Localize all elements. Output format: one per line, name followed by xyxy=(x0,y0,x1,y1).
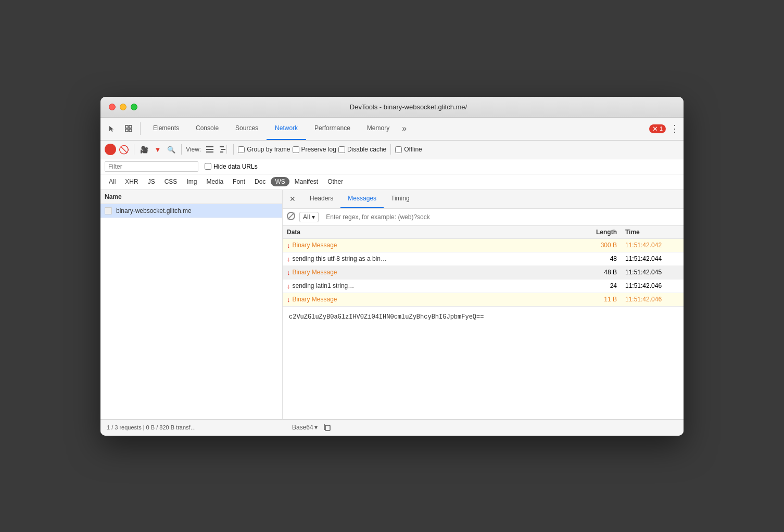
message-length: 24 xyxy=(569,280,621,292)
error-badge[interactable]: ✕ 1 xyxy=(649,124,666,133)
type-xhr[interactable]: XHR xyxy=(121,177,142,186)
filter-icon[interactable]: ▼ xyxy=(152,144,163,155)
message-text: Binary Message xyxy=(293,242,337,249)
type-font[interactable]: Font xyxy=(229,177,249,186)
close-details-button[interactable]: ✕ xyxy=(287,193,298,205)
svg-rect-7 xyxy=(220,146,224,147)
waterfall-icon[interactable] xyxy=(218,144,229,155)
type-js[interactable]: JS xyxy=(144,177,159,186)
tab-bar: Elements Console Sources Network Perform… xyxy=(145,117,643,140)
regex-filter-input[interactable] xyxy=(323,212,679,222)
message-text: Binary Message xyxy=(293,269,337,276)
hide-urls-label[interactable]: Hide data URLs xyxy=(205,163,258,170)
search-icon[interactable]: 🔍 xyxy=(166,144,177,155)
group-by-frame-checkbox[interactable] xyxy=(238,146,245,153)
toolbar-end: ✕ 1 ⋮ xyxy=(649,123,679,134)
maximize-button[interactable] xyxy=(131,104,137,110)
col-header-data: Data xyxy=(283,226,569,238)
filter-input[interactable] xyxy=(105,161,198,172)
format-dropdown[interactable]: Base64 ▾ xyxy=(292,424,318,431)
svg-rect-4 xyxy=(206,146,213,147)
disable-cache-checkbox[interactable] xyxy=(338,146,345,153)
type-css[interactable]: CSS xyxy=(160,177,182,186)
details-panel: ✕ Headers Messages Timing All ▾ xyxy=(283,190,684,419)
message-time: 11:51:42.042 xyxy=(621,239,684,251)
message-text: sending this utf-8 string as a bin… xyxy=(293,255,387,262)
clear-button[interactable]: 🚫 xyxy=(118,144,130,155)
net-divider-3 xyxy=(233,144,234,155)
type-img[interactable]: Img xyxy=(182,177,201,186)
message-text: Binary Message xyxy=(293,296,337,303)
type-media[interactable]: Media xyxy=(202,177,227,186)
tab-elements[interactable]: Elements xyxy=(145,117,187,140)
inspect-icon[interactable] xyxy=(121,121,136,136)
tab-memory[interactable]: Memory xyxy=(359,117,398,140)
tab-more[interactable]: » xyxy=(398,124,411,133)
status-right: Base64 ▾ xyxy=(292,422,333,433)
main-toolbar: Elements Console Sources Network Perform… xyxy=(100,118,684,141)
message-time: 11:51:42.046 xyxy=(621,293,684,306)
tab-performance[interactable]: Performance xyxy=(306,117,359,140)
net-divider-1 xyxy=(134,144,134,155)
close-button[interactable] xyxy=(109,104,116,110)
request-row[interactable]: binary-websocket.glitch.me xyxy=(100,204,282,218)
offline-checkbox[interactable] xyxy=(395,146,402,153)
offline-label[interactable]: Offline xyxy=(395,146,422,153)
type-ws[interactable]: WS xyxy=(271,177,289,186)
cursor-icon[interactable] xyxy=(105,121,119,136)
window-title: DevTools - binary-websocket.glitch.me/ xyxy=(142,103,675,111)
dtab-headers[interactable]: Headers xyxy=(302,189,340,208)
list-view-icon[interactable] xyxy=(204,144,216,155)
message-row[interactable]: ↓ sending this utf-8 string as a bin… 48… xyxy=(283,252,684,266)
dtab-timing[interactable]: Timing xyxy=(384,189,417,208)
svg-rect-6 xyxy=(206,151,213,153)
camera-icon[interactable]: 🎥 xyxy=(138,144,150,155)
filter-bar: Hide data URLs xyxy=(100,159,684,174)
filter-select-button[interactable]: All ▾ xyxy=(299,212,319,222)
arrow-icon: ↓ xyxy=(287,255,290,263)
message-row[interactable]: ↓ sending latin1 string… 24 11:51:42.046 xyxy=(283,280,684,293)
main-content: Name binary-websocket.glitch.me ✕ Header… xyxy=(100,190,684,419)
devtools-window: DevTools - binary-websocket.glitch.me/ E… xyxy=(100,97,684,436)
message-row[interactable]: ↓ Binary Message 300 B 11:51:42.042 xyxy=(283,239,684,252)
requests-panel: Name binary-websocket.glitch.me xyxy=(100,190,283,419)
type-bar: All XHR JS CSS Img Media Font Doc WS Man… xyxy=(100,174,684,190)
minimize-button[interactable] xyxy=(120,104,127,110)
tab-sources[interactable]: Sources xyxy=(227,117,267,140)
preserve-log-label[interactable]: Preserve log xyxy=(293,146,336,153)
message-row[interactable]: ↓ Binary Message 48 B 11:51:42.045 xyxy=(283,266,684,280)
dropdown-arrow: ▾ xyxy=(314,424,318,431)
toolbar-divider-1 xyxy=(140,122,141,135)
message-time: 11:51:42.044 xyxy=(621,252,684,265)
col-header-time: Time xyxy=(621,226,684,238)
type-manifest[interactable]: Manifest xyxy=(290,177,322,186)
dtab-messages[interactable]: Messages xyxy=(340,189,384,208)
record-button[interactable] xyxy=(105,144,116,155)
hide-urls-checkbox[interactable] xyxy=(205,163,211,170)
svg-rect-3 xyxy=(129,129,132,132)
arrow-icon: ↓ xyxy=(287,296,290,303)
tab-console[interactable]: Console xyxy=(187,117,227,140)
tab-network[interactable]: Network xyxy=(267,117,306,140)
arrow-icon: ↓ xyxy=(287,282,290,290)
message-row[interactable]: ↓ Binary Message 11 B 11:51:42.046 xyxy=(283,293,684,307)
svg-rect-10 xyxy=(226,145,227,154)
disable-cache-label[interactable]: Disable cache xyxy=(338,146,386,153)
messages-table: Data Length Time ↓ Binary Message 300 B … xyxy=(283,226,684,419)
group-by-frame-label[interactable]: Group by frame xyxy=(238,146,290,153)
requests-header: Name xyxy=(100,190,282,204)
titlebar: DevTools - binary-websocket.glitch.me/ xyxy=(100,97,684,118)
request-name: binary-websocket.glitch.me xyxy=(116,207,192,214)
copy-button[interactable] xyxy=(322,422,333,433)
type-other[interactable]: Other xyxy=(323,177,347,186)
net-divider-2 xyxy=(181,144,182,155)
type-doc[interactable]: Doc xyxy=(250,177,270,186)
error-icon: ✕ xyxy=(652,125,658,133)
svg-rect-5 xyxy=(206,149,213,150)
status-bar: 1 / 3 requests | 0 B / 820 B transf… Bas… xyxy=(100,419,684,436)
arrow-icon: ↓ xyxy=(287,269,290,276)
type-all[interactable]: All xyxy=(105,177,120,186)
menu-icon[interactable]: ⋮ xyxy=(670,123,679,134)
preserve-log-checkbox[interactable] xyxy=(293,146,299,153)
block-icon xyxy=(287,212,295,222)
